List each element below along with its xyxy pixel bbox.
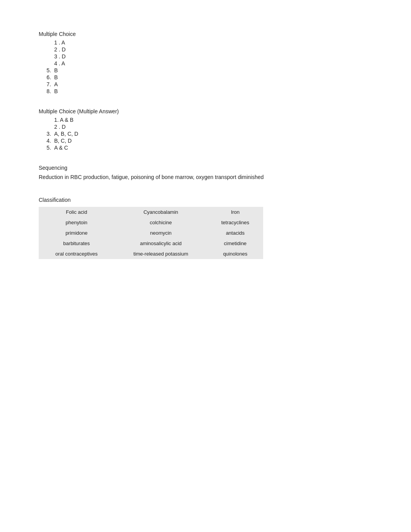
sequencing-text: Reduction in RBC production, fatigue, po… (39, 173, 310, 181)
mc-numbered-item-5: 5. B (39, 67, 310, 73)
table-row: Folic acid Cyancobalamin Iron (39, 207, 263, 217)
mc-ma-indented-list: 1. A & B 2 . D (54, 117, 310, 130)
mc-num-5: 5. (39, 67, 54, 73)
table-cell: neomycin (114, 228, 207, 238)
mc-multiple-answer-section: Multiple Choice (Multiple Answer) 1. A &… (39, 108, 310, 151)
mc-ma-item-1: 1. A & B (54, 117, 310, 123)
mc-ma-numbered-item-5: 5. A & C (39, 145, 310, 151)
mc-indented-list: 1 . A 2 . D 3 . D 4 . A (54, 39, 310, 66)
mc-numbered-item-8: 8. B (39, 88, 310, 94)
mc-ma-title: Multiple Choice (Multiple Answer) (39, 108, 310, 114)
mc-ma-numbered-item-3: 3. A, B, C, D (39, 131, 310, 137)
table-cell: quinolones (207, 249, 263, 259)
table-row: barbiturates aminosalicylic acid cimetid… (39, 238, 263, 249)
multiple-choice-section: Multiple Choice 1 . A 2 . D 3 . D 4 . A … (39, 31, 310, 94)
mc-val-5: B (54, 67, 310, 73)
mc-num-7: 7. (39, 81, 54, 87)
mc-ma-val-5: A & C (54, 145, 310, 151)
sequencing-section: Sequencing Reduction in RBC production, … (39, 165, 310, 181)
classification-table-body: Folic acid Cyancobalamin Iron phenytoin … (39, 207, 263, 259)
table-cell: primidone (39, 228, 114, 238)
table-cell: Cyancobalamin (114, 207, 207, 217)
table-cell: oral contraceptives (39, 249, 114, 259)
mc-num-8: 8. (39, 88, 54, 94)
table-cell: time-released potassium (114, 249, 207, 259)
mc-ma-val-4: B, C, D (54, 138, 310, 144)
mc-item-2: 2 . D (54, 46, 310, 53)
mc-num-6: 6. (39, 74, 54, 80)
table-row: primidone neomycin antacids (39, 228, 263, 238)
table-cell: cimetidine (207, 238, 263, 249)
mc-val-8: B (54, 88, 310, 94)
table-cell: Folic acid (39, 207, 114, 217)
table-cell: barbiturates (39, 238, 114, 249)
table-cell: tetracyclines (207, 217, 263, 228)
mc-ma-num-5: 5. (39, 145, 54, 151)
mc-item-3: 3 . D (54, 53, 310, 60)
main-content: Multiple Choice 1 . A 2 . D 3 . D 4 . A … (39, 31, 310, 259)
classification-table: Folic acid Cyancobalamin Iron phenytoin … (39, 207, 263, 259)
mc-numbered-item-7: 7. A (39, 81, 310, 87)
sequencing-title: Sequencing (39, 165, 310, 171)
table-cell: phenytoin (39, 217, 114, 228)
mc-item-1: 1 . A (54, 39, 310, 46)
mc-numbered-list: 5. B 6. B 7. A 8. B (39, 67, 310, 94)
classification-section: Classification Folic acid Cyancobalamin … (39, 197, 310, 259)
mc-ma-num-3: 3. (39, 131, 54, 137)
mc-ma-numbered-list: 3. A, B, C, D 4. B, C, D 5. A & C (39, 131, 310, 151)
table-cell: antacids (207, 228, 263, 238)
table-cell: Iron (207, 207, 263, 217)
table-cell: aminosalicylic acid (114, 238, 207, 249)
mc-ma-numbered-item-4: 4. B, C, D (39, 138, 310, 144)
mc-val-7: A (54, 81, 310, 87)
table-row: oral contraceptives time-released potass… (39, 249, 263, 259)
mc-ma-val-3: A, B, C, D (54, 131, 310, 137)
mc-numbered-item-6: 6. B (39, 74, 310, 80)
mc-val-6: B (54, 74, 310, 80)
table-row: phenytoin colchicine tetracyclines (39, 217, 263, 228)
mc-item-4: 4 . A (54, 60, 310, 66)
mc-ma-item-2: 2 . D (54, 124, 310, 130)
classification-title: Classification (39, 197, 310, 203)
table-cell: colchicine (114, 217, 207, 228)
mc-ma-num-4: 4. (39, 138, 54, 144)
mc-title: Multiple Choice (39, 31, 310, 37)
